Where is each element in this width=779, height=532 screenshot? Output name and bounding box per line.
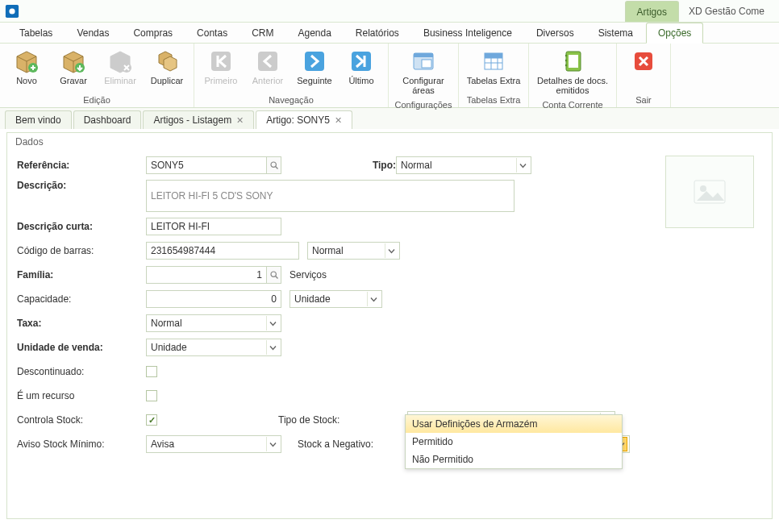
menu-sistema[interactable]: Sistema — [587, 23, 644, 43]
label-stock-neg: Stock a Negativo: — [298, 438, 412, 450]
title-tab-artigos[interactable]: Artigos — [625, 1, 679, 22]
input-capacidade[interactable] — [146, 290, 281, 308]
stock-neg-option[interactable]: Permitido — [406, 433, 622, 451]
label-recurso: É um recurso — [17, 390, 146, 401]
menu-diversos[interactable]: Diversos — [525, 23, 585, 43]
svg-point-3 — [9, 8, 15, 14]
app-name: XD Gestão Come — [679, 1, 774, 22]
ribbon-ultimo-label: Último — [348, 76, 373, 85]
ribbon-novo-label: Novo — [16, 76, 37, 85]
ribbon-cfg-areas-label: Configurar áreas — [393, 76, 454, 95]
doctab-bem-vindo[interactable]: Bem vindo — [5, 110, 72, 129]
select-tipo[interactable]: Normal — [396, 156, 531, 174]
titlebar: Artigos XD Gestão Come — [0, 0, 779, 23]
checkbox-controla[interactable] — [146, 414, 157, 426]
ribbon-group-caption: Sair — [620, 94, 667, 107]
stock-neg-option[interactable]: Usar Definições de Armazém — [406, 415, 622, 433]
label-taxa: Taxa: — [17, 318, 146, 329]
ribbon-group-caption: Edição — [3, 94, 190, 107]
svg-rect-12 — [414, 53, 433, 57]
svg-point-18 — [565, 55, 567, 56]
search-familia-button[interactable] — [267, 266, 281, 284]
menu-relatórios[interactable]: Relatórios — [344, 23, 410, 43]
label-uvenda: Unidade de venda: — [17, 342, 146, 353]
ribbon-eliminar: Eliminar — [97, 45, 144, 89]
input-barras[interactable] — [146, 242, 299, 260]
image-placeholder[interactable] — [665, 156, 754, 228]
search-referencia-button[interactable] — [267, 156, 281, 174]
input-referencia[interactable] — [146, 156, 267, 174]
svg-rect-8 — [258, 52, 277, 71]
ribbon-novo[interactable]: Novo — [3, 45, 50, 89]
select-aviso-value: Avisa — [151, 438, 174, 450]
select-capacidade-un-value: Unidade — [294, 293, 331, 305]
svg-rect-9 — [305, 52, 324, 71]
select-taxa-value: Normal — [151, 318, 182, 329]
app-logo-icon — [5, 4, 19, 19]
chevron-down-icon — [266, 437, 279, 451]
doctab-artigo-sony5[interactable]: Artigo: SONY5✕ — [256, 110, 352, 129]
select-tipo-value: Normal — [401, 160, 432, 171]
ribbon-ultimo[interactable]: Último — [338, 45, 385, 89]
select-capacidade-un[interactable]: Unidade — [290, 290, 382, 308]
menu-contas[interactable]: Contas — [185, 23, 239, 43]
ribbon-gravar[interactable]: Gravar — [50, 45, 97, 89]
ribbon-cfg-areas[interactable]: Configurar áreas — [392, 45, 455, 98]
menu-crm[interactable]: CRM — [240, 23, 285, 43]
label-descontinuado: Descontinuado: — [17, 366, 146, 377]
ribbon-tbl-extra[interactable]: Tabelas Extra — [462, 45, 525, 89]
input-descricao[interactable] — [146, 180, 514, 212]
ribbon-docs-label: Detalhes de docs. emitidos — [533, 76, 612, 95]
close-icon[interactable]: ✕ — [236, 115, 244, 126]
chevron-down-icon — [516, 158, 529, 172]
menu-vendas[interactable]: Vendas — [65, 23, 120, 43]
label-aviso: Aviso Stock Mínimo: — [17, 438, 146, 450]
input-familia[interactable] — [146, 266, 267, 284]
ribbon-sair[interactable] — [620, 45, 667, 79]
input-desc-curta[interactable] — [146, 218, 281, 235]
ribbon: NovoGravarEliminarDuplicarEdiçãoPrimeiro… — [0, 44, 779, 108]
ribbon-docs[interactable]: Detalhes de docs. emitidos — [532, 45, 613, 98]
ribbon-duplicar[interactable]: Duplicar — [144, 45, 190, 89]
label-tipo: Tipo: — [291, 160, 396, 171]
label-controla: Controla Stock: — [17, 414, 146, 426]
ribbon-group-caption: Tabelas Extra — [462, 94, 525, 107]
search-icon — [270, 161, 278, 169]
ribbon-eliminar-label: Eliminar — [104, 76, 136, 85]
select-aviso[interactable]: Avisa — [146, 435, 281, 453]
label-desc-curta: Descrição curta: — [17, 221, 146, 232]
ribbon-anterior-label: Anterior — [252, 76, 284, 85]
select-barras-tipo-value: Normal — [312, 245, 344, 256]
menu-opções[interactable]: Opções — [646, 23, 703, 44]
checkbox-descontinuado[interactable] — [146, 366, 157, 377]
menu-business-inteligence[interactable]: Business Inteligence — [412, 23, 523, 43]
ribbon-duplicar-label: Duplicar — [151, 76, 183, 85]
stock-neg-option[interactable]: Não Permitido — [406, 451, 622, 468]
familia-side-text: Serviços — [290, 269, 327, 281]
menu-agenda[interactable]: Agenda — [286, 23, 342, 43]
ribbon-group-caption: Configurações — [392, 98, 455, 112]
select-uvenda[interactable]: Unidade — [146, 339, 281, 356]
menubar: TabelasVendasComprasContasCRMAgendaRelat… — [0, 23, 779, 44]
checkbox-recurso[interactable] — [146, 390, 157, 401]
doctab-artigos-listagem[interactable]: Artigos - Listagem✕ — [143, 110, 254, 129]
ribbon-primeiro-label: Primeiro — [205, 76, 238, 85]
menu-compras[interactable]: Compras — [122, 23, 184, 43]
ribbon-group-caption: Navegação — [198, 94, 385, 107]
doctab-dashboard[interactable]: Dashboard — [73, 110, 142, 129]
chevron-down-icon — [266, 340, 279, 355]
svg-point-20 — [565, 64, 567, 66]
label-familia: Família: — [17, 269, 146, 281]
label-descricao: Descrição: — [17, 180, 146, 191]
label-capacidade: Capacidade: — [17, 293, 146, 305]
ribbon-gravar-label: Gravar — [60, 76, 87, 85]
svg-point-19 — [565, 60, 567, 61]
label-tipo-stock: Tipo de Stock: — [278, 414, 407, 426]
select-barras-tipo[interactable]: Normal — [307, 242, 400, 260]
ribbon-seguinte[interactable]: Seguinte — [291, 45, 338, 89]
menu-tabelas[interactable]: Tabelas — [8, 23, 64, 43]
ribbon-primeiro: Primeiro — [198, 45, 244, 89]
close-icon[interactable]: ✕ — [335, 115, 342, 126]
select-taxa[interactable]: Normal — [146, 314, 281, 332]
chevron-down-icon — [266, 316, 279, 330]
